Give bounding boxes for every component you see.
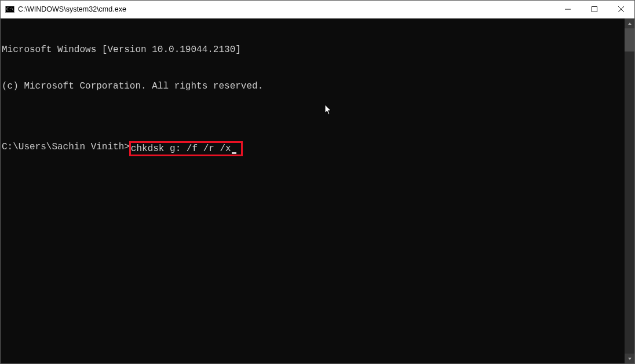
scroll-up-button[interactable]	[625, 19, 634, 28]
console-line: (c) Microsoft Corporation. All rights re…	[2, 80, 625, 93]
command-highlight-box: chkdsk g: /f /r /x	[129, 141, 243, 156]
svg-rect-3	[592, 7, 597, 12]
cmd-window: C:\ C:\WINDOWS\system32\cmd.exe Microsof…	[0, 0, 635, 364]
mouse-pointer-icon	[280, 93, 332, 132]
vertical-scrollbar[interactable]	[625, 19, 634, 363]
prompt-line: C:\Users\Sachin Vinith>chkdsk g: /f /r /…	[2, 141, 625, 156]
window-title: C:\WINDOWS\system32\cmd.exe	[18, 5, 554, 13]
client-area: Microsoft Windows [Version 10.0.19044.21…	[1, 19, 634, 363]
scroll-thumb[interactable]	[625, 28, 634, 52]
maximize-button[interactable]	[581, 1, 608, 18]
console-output[interactable]: Microsoft Windows [Version 10.0.19044.21…	[1, 19, 625, 363]
window-controls	[554, 1, 634, 18]
typed-command: chkdsk g: /f /r /x	[131, 143, 231, 155]
console-line: Microsoft Windows [Version 10.0.19044.21…	[2, 44, 625, 56]
close-button[interactable]	[608, 1, 634, 18]
cmd-app-icon: C:\	[5, 5, 14, 14]
scroll-down-button[interactable]	[625, 354, 634, 363]
text-cursor	[232, 152, 236, 154]
prompt-path: C:\Users\Sachin Vinith>	[2, 141, 130, 153]
minimize-button[interactable]	[554, 1, 581, 18]
svg-text:C:\: C:\	[6, 7, 14, 12]
title-bar[interactable]: C:\ C:\WINDOWS\system32\cmd.exe	[1, 1, 634, 19]
scroll-track[interactable]	[625, 28, 634, 354]
